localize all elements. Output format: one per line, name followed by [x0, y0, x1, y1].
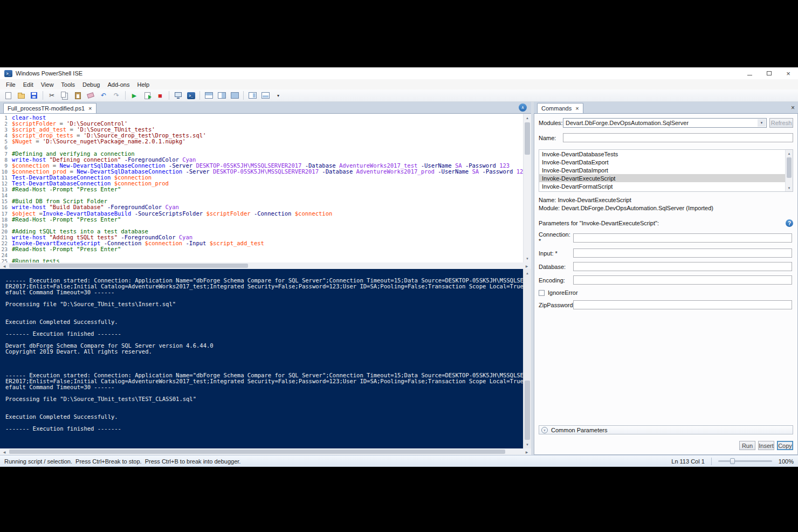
addon-pane-close-icon[interactable]: ×: [791, 104, 795, 112]
cut-icon[interactable]: ✂: [46, 90, 58, 101]
close-button[interactable]: ×: [779, 67, 798, 79]
zoom-slider-thumb[interactable]: [730, 458, 735, 464]
zoom-slider[interactable]: [718, 460, 772, 462]
toolbar-overflow-icon[interactable]: ▾: [272, 90, 284, 101]
scroll-down-icon[interactable]: ▼: [786, 184, 793, 191]
encoding-field[interactable]: [573, 275, 792, 285]
modules-row: Modules: Devart.DbForge.DevOpsAutomation…: [539, 118, 793, 128]
insert-button[interactable]: Insert: [758, 441, 774, 450]
scroll-up-icon[interactable]: ▲: [786, 150, 793, 157]
editor-hscroll-thumb[interactable]: [9, 264, 248, 268]
console-vertical-scrollbar[interactable]: ▲ ▼: [523, 269, 531, 448]
undo-icon[interactable]: ↶: [98, 90, 109, 101]
editor-horizontal-scrollbar[interactable]: ◀ ▶: [0, 262, 531, 269]
scroll-up-icon[interactable]: ▲: [524, 114, 531, 122]
collapse-script-pane-button[interactable]: ∧: [519, 103, 527, 112]
line-number: 4: [0, 133, 12, 139]
command-list-item[interactable]: Invoke-DevartDataExport: [539, 158, 793, 166]
script-file-tab[interactable]: Full_processTR-modified.ps1 ×: [3, 103, 97, 113]
input-field[interactable]: [573, 248, 792, 258]
line-number: 12: [0, 181, 12, 186]
scroll-right-icon[interactable]: ▶: [522, 262, 531, 269]
show-command-addon-icon[interactable]: [246, 90, 258, 101]
menu-edit[interactable]: Edit: [19, 80, 37, 89]
command-list-item[interactable]: Invoke-DevartExecuteScript: [539, 174, 793, 182]
editor-vertical-scrollbar[interactable]: ▲ ▼: [523, 114, 531, 262]
run-script-icon[interactable]: ▶: [128, 90, 140, 101]
copy-button[interactable]: Copy: [777, 441, 793, 450]
paste-icon[interactable]: [72, 90, 84, 101]
dropdown-arrow-icon[interactable]: ▼: [758, 119, 766, 127]
commands-tab[interactable]: Commands ×: [537, 103, 583, 113]
console-line: ------- Execution finished -------: [5, 426, 523, 432]
status-bar-right: Ln 113 Col 1 100%: [671, 458, 794, 465]
line-number: 21: [0, 234, 12, 240]
scroll-left-icon[interactable]: ◀: [0, 448, 9, 455]
minimize-button[interactable]: [740, 67, 759, 79]
script-tab-close-icon[interactable]: ×: [88, 106, 92, 112]
line-number: 2: [0, 121, 12, 127]
menu-help[interactable]: Help: [133, 80, 153, 89]
parameter-rows: Connection: *Input: *Database:Encoding:I…: [539, 227, 793, 309]
save-icon[interactable]: [28, 90, 40, 101]
console-horizontal-scrollbar[interactable]: ◀ ▶: [0, 448, 531, 455]
console-line: efault Command Timeout=30 ------: [5, 384, 523, 390]
editor-scroll-thumb[interactable]: [525, 122, 530, 155]
line-number: 15: [0, 198, 12, 204]
commands-tab-close-icon[interactable]: ×: [575, 106, 579, 112]
redo-icon[interactable]: ↷: [111, 90, 122, 101]
maximize-button[interactable]: [759, 67, 779, 79]
ignore-error-checkbox[interactable]: [539, 290, 545, 296]
menu-debug[interactable]: Debug: [79, 80, 104, 89]
command-list-scroll-thumb[interactable]: [787, 157, 792, 178]
script-and-console-pane: Full_processTR-modified.ps1 × ∧ 1clear-h…: [0, 102, 531, 455]
console-scroll-thumb[interactable]: [525, 381, 530, 440]
menu-view[interactable]: View: [37, 80, 58, 89]
run-button[interactable]: Run: [739, 441, 755, 450]
show-script-pane-top-icon[interactable]: [203, 90, 215, 101]
scroll-left-icon[interactable]: ◀: [0, 262, 9, 269]
new-script-icon[interactable]: [2, 90, 14, 101]
line-number: 1: [0, 115, 12, 121]
window-title: Windows PowerShell ISE: [16, 70, 82, 77]
common-parameters-expander[interactable]: ∨ Common Parameters: [539, 425, 793, 434]
menu-tools[interactable]: Tools: [57, 80, 79, 89]
open-script-icon: [18, 94, 25, 99]
scroll-right-icon[interactable]: ▶: [522, 448, 531, 455]
console-line: efault Command Timeout=30 ------: [5, 289, 523, 295]
copy-icon[interactable]: [59, 90, 71, 101]
zip-password-field[interactable]: [573, 300, 792, 309]
start-powershell-icon[interactable]: [185, 90, 197, 101]
scroll-up-icon[interactable]: ▲: [524, 269, 531, 277]
help-icon[interactable]: ?: [786, 219, 793, 227]
menu-addons[interactable]: Add-ons: [104, 80, 133, 89]
encoding-label: Encoding:: [539, 277, 573, 284]
show-script-pane-right-icon[interactable]: [216, 90, 228, 101]
new-remote-powershell-tab-icon[interactable]: [172, 90, 184, 101]
modules-dropdown[interactable]: Devart.DbForge.DevOpsAutomation.SqlServe…: [563, 118, 767, 128]
menu-file[interactable]: File: [2, 80, 19, 89]
run-selection-icon[interactable]: [141, 90, 153, 101]
powershell-ise-window: >_ Windows PowerShell ISE × FileEditView…: [0, 67, 798, 467]
stop-operation-icon[interactable]: ■: [154, 90, 166, 101]
database-field[interactable]: [573, 262, 792, 271]
clear-console-icon[interactable]: [85, 90, 97, 101]
command-list-scrollbar[interactable]: ▲ ▼: [785, 150, 793, 191]
scroll-down-icon[interactable]: ▼: [524, 440, 531, 448]
script-editor[interactable]: 1clear-host2$scriptFolder = 'D:\SourceCo…: [0, 113, 531, 262]
command-list-item[interactable]: Invoke-DevartDatabaseTests: [539, 150, 793, 158]
console-pane[interactable]: ------ Execution started: Connection: Ap…: [0, 269, 531, 448]
name-filter-input[interactable]: [563, 133, 793, 142]
connection-label: Connection: *: [539, 231, 573, 244]
show-command-window-icon[interactable]: [259, 90, 271, 101]
command-list-item[interactable]: Invoke-DevartDataImport: [539, 166, 793, 174]
console-line: Processing file "D:\Source_TUnit_tests\T…: [5, 396, 523, 402]
console-hscroll-thumb[interactable]: [9, 450, 505, 454]
connection-field[interactable]: [573, 233, 792, 243]
encoding-row: Encoding:: [539, 275, 793, 285]
scroll-down-icon[interactable]: ▼: [524, 254, 531, 262]
show-script-pane-maximized-icon[interactable]: [229, 90, 240, 101]
refresh-button[interactable]: Refresh: [769, 118, 793, 128]
command-list-item[interactable]: Invoke-DevartFormatScript: [539, 182, 793, 190]
open-script-icon[interactable]: [15, 90, 27, 101]
